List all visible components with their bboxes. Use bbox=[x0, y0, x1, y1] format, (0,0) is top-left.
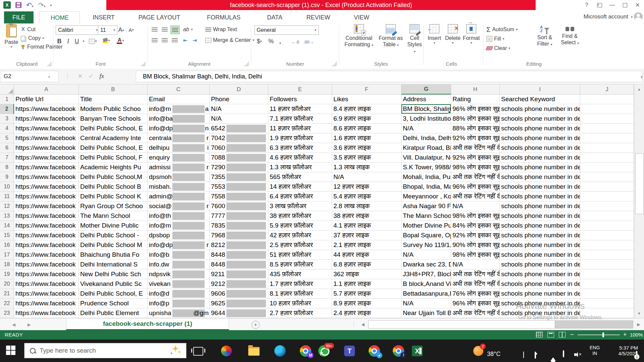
cell-B21[interactable]: Delhi Public School, E bbox=[79, 289, 148, 299]
cell-E13[interactable]: 38 हज़ार फ़ॉलोअर bbox=[268, 211, 332, 221]
clock[interactable]: 5:37 PM4/5/2025 bbox=[606, 345, 638, 356]
align-right-button[interactable] bbox=[170, 36, 179, 44]
cell-E15[interactable]: 42 हज़ार फ़ॉलोअर bbox=[268, 231, 332, 240]
cell-I19[interactable]: schools phone number in delhi bbox=[500, 269, 580, 279]
row-header-3[interactable]: 3 bbox=[0, 114, 14, 124]
find-select-button[interactable]: Find &Select ▾ bbox=[558, 24, 582, 60]
cell-H1[interactable]: Rating bbox=[451, 95, 500, 104]
cell-C7[interactable]: enquiry bbox=[148, 153, 210, 163]
cell-G14[interactable]: Mother Divine Public bbox=[401, 221, 451, 231]
cell-H8[interactable]: 98% लोग इसका सुझाव bbox=[451, 163, 500, 172]
cell-H10[interactable]: 96% लोग इसका सुझाव bbox=[451, 182, 500, 192]
cell-J12[interactable] bbox=[580, 201, 634, 211]
cell-G13[interactable]: The Mann School, Ho bbox=[401, 211, 451, 221]
cell-J13[interactable] bbox=[580, 211, 634, 221]
cell-I20[interactable]: schools phone number in delhi bbox=[500, 279, 580, 289]
cell-C22[interactable]: info@p bbox=[148, 299, 210, 308]
cell-E1[interactable]: Followers bbox=[268, 95, 332, 104]
clear-button[interactable]: Clear▾ bbox=[486, 44, 510, 52]
cell-B22[interactable]: Prudence School bbox=[79, 299, 148, 308]
cell-G18[interactable]: Dwarka sec 23, Delhi, bbox=[401, 260, 451, 269]
cell-G16[interactable]: Survey No 119/1, Bug bbox=[401, 240, 451, 250]
cell-F21[interactable]: 5.7 हज़ार लाइक bbox=[332, 289, 401, 299]
cell-G10[interactable]: Bhopal, India, Madhy bbox=[401, 182, 451, 192]
cell-B11[interactable]: Delhi Public School K bbox=[79, 192, 148, 201]
cell-I6[interactable]: schools phone number in delhi bbox=[500, 143, 580, 153]
cell-C13[interactable]: info@th bbox=[148, 211, 210, 221]
cell-A10[interactable]: https://www.facebook bbox=[14, 182, 79, 192]
percent-button[interactable]: % bbox=[267, 37, 275, 46]
cell-D13[interactable]: 7777 bbox=[210, 211, 268, 221]
cell-B10[interactable]: Delhi Public School B bbox=[79, 182, 148, 192]
cell-I16[interactable]: schools phone number in delhi bbox=[500, 240, 580, 250]
cell-H7[interactable]: 92% लोग इसका सुझाव bbox=[451, 153, 500, 163]
cell-B20[interactable]: Vivekanand Public Sc bbox=[79, 279, 148, 289]
cell-E7[interactable]: 4.6 हज़ार फ़ॉलोअर bbox=[268, 153, 332, 163]
font-color-button[interactable]: A▾ bbox=[115, 36, 126, 45]
increase-indent-button[interactable]: ⇥ bbox=[193, 36, 197, 44]
cell-B13[interactable]: The Mann School bbox=[79, 211, 148, 221]
help-button[interactable]: ? bbox=[580, 0, 593, 10]
name-box-caret[interactable]: ▾ bbox=[48, 75, 50, 79]
cell-J11[interactable] bbox=[580, 192, 634, 201]
whatsapp-icon[interactable]: 99+ bbox=[318, 345, 330, 357]
row-header-13[interactable]: 13 bbox=[0, 211, 14, 221]
enter-icon[interactable]: ✓ bbox=[89, 73, 93, 80]
cell-I9[interactable]: schools phone number in delhi bbox=[500, 172, 580, 182]
cell-D14[interactable]: 7835 bbox=[210, 221, 268, 231]
decrease-indent-button[interactable]: ⇤ bbox=[183, 36, 187, 44]
cell-F17[interactable]: 44 हज़ार लाइक bbox=[332, 250, 401, 260]
save-icon[interactable] bbox=[15, 2, 21, 8]
insert-function-icon[interactable]: fx bbox=[100, 72, 104, 80]
cell-I13[interactable]: schools phone number in delhi bbox=[500, 211, 580, 221]
row-header-5[interactable]: 5 bbox=[0, 133, 14, 143]
customize-qat-icon[interactable]: ▾ bbox=[50, 3, 52, 7]
italic-button[interactable]: I bbox=[64, 37, 72, 46]
cell-G6[interactable]: Kiratpur Road, Bijnor bbox=[401, 143, 451, 153]
cell-C17[interactable]: info@b bbox=[148, 250, 210, 260]
cell-B9[interactable]: Delhi Public School,M bbox=[79, 172, 148, 182]
column-header-D[interactable]: D bbox=[210, 84, 268, 95]
cell-A7[interactable]: https://www.facebook bbox=[14, 153, 79, 163]
tab-review[interactable]: REVIEW bbox=[298, 11, 339, 23]
bold-button[interactable]: B bbox=[56, 37, 63, 46]
grow-font-button[interactable]: A▴ bbox=[117, 25, 125, 34]
cell-F18[interactable]: 6.8 हज़ार लाइक bbox=[332, 260, 401, 269]
column-header-G[interactable]: G bbox=[401, 84, 451, 95]
start-button[interactable] bbox=[6, 346, 16, 356]
cell-F10[interactable]: 12 हज़ार लाइक bbox=[332, 182, 401, 192]
excel-app-icon[interactable]: X bbox=[3, 1, 11, 9]
cell-E17[interactable]: 51 हज़ार फ़ॉलोअर bbox=[268, 250, 332, 260]
cell-I8[interactable]: schools phone number in delhi bbox=[500, 163, 580, 172]
cell-I11[interactable]: schools phone number in delhi bbox=[500, 192, 580, 201]
cell-J3[interactable] bbox=[580, 114, 634, 124]
row-header-6[interactable]: 6 bbox=[0, 143, 14, 153]
cell-C12[interactable]: social@r bbox=[148, 201, 210, 211]
row-header-18[interactable]: 18 bbox=[0, 260, 14, 269]
tab-formulas[interactable]: FORMULAS bbox=[196, 11, 252, 23]
cell-F8[interactable]: 1.3 लाख लाइक bbox=[332, 163, 401, 172]
undo-button[interactable]: ↶▾ bbox=[26, 2, 34, 9]
align-middle-button[interactable] bbox=[160, 25, 169, 34]
alignment-dialog-launcher[interactable] bbox=[244, 62, 249, 66]
formula-input[interactable]: BM Block, Shalimar Bagh, Delhi, India, D… bbox=[136, 71, 642, 82]
cell-G3[interactable]: 3, Lodhi Institutional bbox=[401, 114, 451, 124]
cell-I7[interactable]: schools phone number in delhi bbox=[500, 153, 580, 163]
cell-B18[interactable]: Delhi International S bbox=[79, 260, 148, 269]
cell-D22[interactable]: 9625 bbox=[210, 299, 268, 308]
cell-D20[interactable]: 9212 bbox=[210, 279, 268, 289]
zoom-level[interactable]: 100% bbox=[630, 332, 643, 338]
cell-D10[interactable]: 7553 bbox=[210, 182, 268, 192]
cell-H18[interactable]: N/A bbox=[451, 260, 500, 269]
row-header-16[interactable]: 16 bbox=[0, 240, 14, 250]
orientation-button[interactable]: ab▾ bbox=[183, 25, 193, 34]
tab-page-layout[interactable]: PAGE LAYOUT bbox=[128, 11, 191, 23]
column-header-J[interactable]: J bbox=[580, 84, 634, 95]
column-header-F[interactable]: F bbox=[332, 84, 401, 95]
cell-H11[interactable]: अभी तक रेटिंग नहीं दी bbox=[451, 192, 500, 201]
cell-J6[interactable] bbox=[580, 143, 634, 153]
column-header-A[interactable]: A bbox=[14, 84, 79, 95]
number-dialog-launcher[interactable] bbox=[332, 62, 336, 66]
cell-F20[interactable]: 1.1 हज़ार लाइक bbox=[332, 279, 401, 289]
cell-E20[interactable]: 1.7 हज़ार फ़ॉलोअर bbox=[268, 279, 332, 289]
